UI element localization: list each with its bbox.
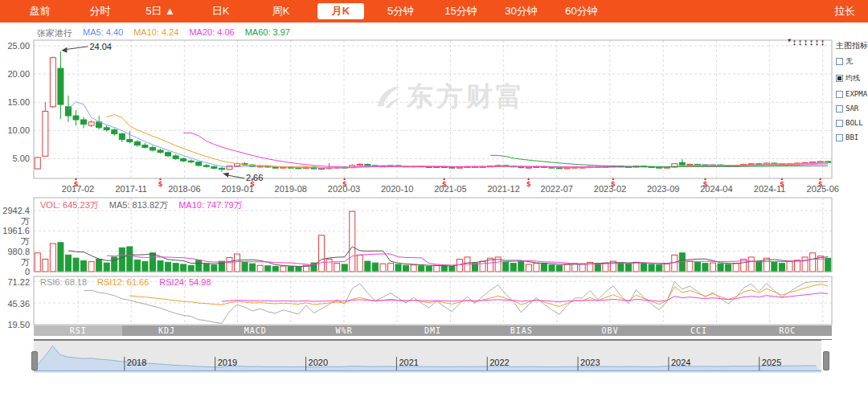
navigator-left-handle[interactable] [31,351,38,370]
indicator-option-BOLL[interactable]: BOLL [836,119,868,127]
date-axis-label: 2021-05 [424,184,476,194]
indicator-option-无[interactable]: 无 [836,56,868,67]
indicator-option-BBI[interactable]: BBI [836,133,868,141]
navigator-year-label: 2021 [399,358,418,367]
timeframe-tab-盘前[interactable]: 盘前 [10,3,70,19]
legend-item: MA5: 813.82万 [109,199,168,211]
indicator-tab-KDJ[interactable]: KDJ [122,325,211,336]
timeframe-tab-15分钟[interactable]: 15分钟 [431,3,491,19]
stretch-button[interactable]: 拉长 [834,4,855,18]
main-indicator-sidebar: 主图指标 无均线EXPMASARBOLLBBI [836,40,868,148]
svg-text:2.66: 2.66 [246,173,263,182]
navigator-year-label: 2023 [580,358,600,367]
rsi-axis-label: 71.22 [0,277,30,287]
checkbox-icon[interactable] [836,105,843,113]
navigator-year-label: 2024 [671,358,690,367]
stock-name: 张家港行 [37,27,72,39]
option-label: 均线 [845,73,860,84]
timeframe-tab-5日 ▲[interactable]: 5日 ▲ [130,3,190,19]
date-axis-label: 2019-08 [265,184,317,194]
navigator-year-label: 2020 [309,358,328,367]
main-chart-legend: 张家港行 MA5: 4.40MA10: 4.24MA20: 4.06MA60: … [37,27,290,39]
timeframe-tab-60分钟[interactable]: 60分钟 [551,3,612,19]
event-markers: *↕↕↕↕↕↕ [788,37,826,47]
indicator-tab-DMI[interactable]: DMI [388,325,477,336]
rsi-legend: RSI6: 68.18RSI12: 61.66RSI24: 54.98 [40,277,211,287]
volume-axis-label: 0 [0,267,30,276]
indicator-tab-RSI[interactable]: RSI [34,325,122,336]
legend-item: RSI6: 68.18 [40,277,87,287]
indicator-tab-bar: RSIKDJMACDW%RDMIBIASOBVCCIROC [34,325,832,336]
date-axis-label: 2017-02 [52,184,104,194]
checkbox-icon[interactable] [836,75,843,82]
ma-legend-item: MA60: 3.97 [245,27,290,39]
indicator-tab-CCI[interactable]: CCI [654,325,743,336]
indicator-tab-BIAS[interactable]: BIAS [477,325,566,336]
indicator-tab-MACD[interactable]: MACD [211,325,300,336]
timeframe-tab-日K[interactable]: 日K [190,3,251,19]
date-axis-label: 2024-04 [690,184,742,194]
option-label: SAR [845,104,858,113]
date-axis-label: 2018-06 [158,184,210,194]
option-label: 无 [845,56,853,67]
checkbox-icon[interactable] [836,134,843,141]
ma-legend-item: MA5: 4.40 [83,27,123,39]
timeframe-tab-月K[interactable]: 月K [317,3,364,19]
sidebar-title: 主图指标 [836,40,868,51]
timeframe-tabs: 盘前分时5日 ▲日K周K月K5分钟15分钟30分钟60分钟 [0,3,612,19]
ma-legend-items: MA5: 4.40MA10: 4.24MA20: 4.06MA60: 3.97 [83,27,290,39]
sidebar-options: 无均线EXPMASARBOLLBBI [836,56,868,141]
timeframe-bar: 盘前分时5日 ▲日K周K月K5分钟15分钟30分钟60分钟 拉长 [0,0,868,23]
legend-item: VOL: 645.23万 [40,199,99,211]
checkbox-icon[interactable] [836,91,843,98]
navigator-year-label: 2018 [127,358,146,367]
timeframe-tab-分时[interactable]: 分时 [70,3,130,19]
legend-item: RSI24: 54.98 [159,277,211,287]
date-axis-label: 2020-10 [371,184,423,194]
volume-axis-label: 2942.4万 [0,206,30,227]
timeframe-tab-5分钟[interactable]: 5分钟 [371,3,431,19]
date-axis-label: 2023-09 [637,184,689,194]
navigator-year-label: 2022 [489,358,509,367]
volume-legend: VOL: 645.23万MA5: 813.82万MA10: 747.79万 [40,199,243,211]
navigator-year-label: 2019 [218,358,237,367]
option-label: BBI [845,133,858,141]
date-axis-label: 2022-07 [531,184,583,194]
rsi-axis-label: 19.50 [0,320,30,329]
legend-item: MA10: 747.79万 [178,199,243,211]
indicator-option-EXPMA[interactable]: EXPMA [836,90,868,98]
navigator-year-label: 2025 [762,358,781,367]
ma-legend-item: MA20: 4.06 [189,27,234,39]
navigator-right-track[interactable] [821,340,833,373]
date-axis-label: 2025-06 [797,184,849,194]
date-axis-label: 2019-01 [212,184,264,194]
ma-legend-item: MA10: 4.24 [133,27,178,39]
checkbox-icon[interactable] [836,120,843,127]
navigator-right-handle[interactable] [823,351,829,370]
indicator-option-SAR[interactable]: SAR [836,104,868,113]
indicator-tab-W%R[interactable]: W%R [300,325,388,336]
timeframe-tab-周K[interactable]: 周K [251,3,311,19]
svg-text:24.04: 24.04 [89,42,112,51]
volume-axis-label: 1961.6万 [0,226,30,248]
price-axis-label: 5.00 [0,153,30,163]
indicator-tab-ROC[interactable]: ROC [743,325,832,336]
price-axis-label: 25.00 [0,41,30,51]
date-axis-label: 2021-12 [478,184,530,194]
rsi-axis-label: 45.36 [0,299,30,309]
price-axis-label: 10.00 [0,125,30,135]
legend-item: RSI12: 61.66 [97,277,149,287]
price-axis-label: 20.00 [0,69,30,79]
volume-axis-label: 980.8万 [0,247,30,268]
date-axis-label: 2024-11 [744,184,796,194]
price-axis-label: 15.00 [0,97,30,107]
indicator-tab-OBV[interactable]: OBV [566,325,654,336]
option-label: BOLL [845,119,863,127]
date-axis-label: 2020-03 [318,184,370,194]
date-axis-label: 2017-11 [105,184,157,194]
option-label: EXPMA [845,90,867,98]
indicator-option-均线[interactable]: 均线 [836,73,868,84]
timeframe-tab-30分钟[interactable]: 30分钟 [491,3,551,19]
date-axis-label: 2023-02 [584,184,636,194]
checkbox-icon[interactable] [836,58,843,65]
